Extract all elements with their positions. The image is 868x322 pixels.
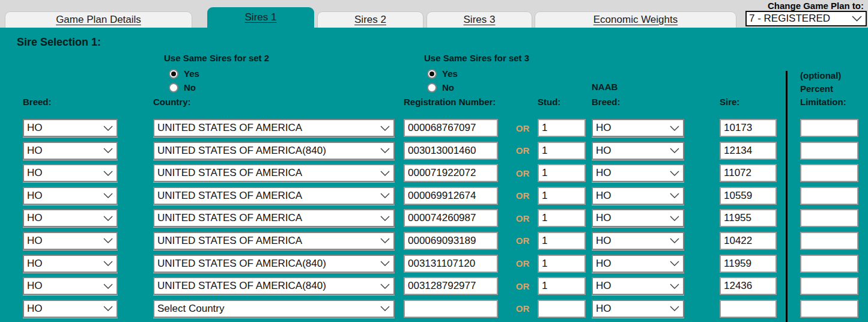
radio-no-set3[interactable] (427, 83, 437, 93)
country-select[interactable]: UNITED STATES OF AMERICA (153, 232, 395, 250)
country-select[interactable]: UNITED STATES OF AMERICA (153, 209, 395, 227)
sire-row: HO UNITED STATES OF AMERICA OR HO (0, 186, 868, 208)
sire-column-label: Sire: (720, 97, 739, 107)
breed-select[interactable]: HO (23, 187, 118, 205)
naab-breed-select[interactable]: HO (592, 209, 684, 227)
naab-column-label: NAAB (592, 82, 618, 92)
country-select[interactable]: UNITED STATES OF AMERICA(840) (153, 277, 395, 295)
naab-breed-select[interactable]: HO (592, 164, 684, 182)
stud-input[interactable] (538, 187, 586, 205)
registration-number-input[interactable] (404, 164, 498, 182)
naab-breed-select[interactable]: HO (592, 142, 684, 160)
sire-row: HO Select Country OR HO (0, 299, 868, 321)
breed-select[interactable]: HO (23, 277, 118, 295)
stud-input[interactable] (538, 255, 586, 273)
registration-number-input[interactable] (404, 232, 498, 250)
or-label: OR (509, 119, 536, 137)
naab-breed-select[interactable]: HO (592, 187, 684, 205)
radio-no-label: No (184, 82, 196, 93)
tab-game-plan-details[interactable]: Game Plan Details (5, 11, 192, 28)
percent-limitation-input[interactable] (800, 142, 858, 160)
sire-row: HO UNITED STATES OF AMERICA OR HO (0, 118, 868, 141)
country-select[interactable]: Select Country (153, 300, 395, 318)
sire-input[interactable] (720, 142, 777, 160)
breed-column-label: Breed: (23, 97, 52, 107)
naab-breed-select[interactable]: HO (592, 119, 684, 137)
registration-number-input[interactable] (404, 300, 498, 318)
percent-limitation-input[interactable] (800, 164, 858, 182)
change-game-plan-label: Change Game Plan to: (768, 1, 864, 11)
sire-input[interactable] (720, 300, 777, 318)
breed-select[interactable]: HO (23, 209, 118, 227)
percent-limitation-input[interactable] (800, 119, 858, 137)
registration-number-input[interactable] (404, 209, 498, 227)
radio-yes-set2[interactable] (169, 69, 178, 79)
country-select[interactable]: UNITED STATES OF AMERICA(840) (153, 142, 395, 160)
tab-label: Sires 1 (245, 11, 277, 23)
country-select[interactable]: UNITED STATES OF AMERICA(840) (153, 255, 395, 273)
country-selected-value: Select Country (154, 303, 380, 315)
naab-breed-select[interactable]: HO (592, 277, 684, 295)
chevron-down-icon (380, 238, 390, 243)
country-selected-value: UNITED STATES OF AMERICA(840) (154, 258, 380, 270)
stud-input[interactable] (538, 232, 586, 250)
sire-input[interactable] (720, 277, 777, 295)
country-select[interactable]: UNITED STATES OF AMERICA (153, 164, 395, 182)
sire-row: HO UNITED STATES OF AMERICA(840) OR HO (0, 141, 868, 163)
naab-breed-select[interactable]: HO (592, 300, 684, 318)
percent-limitation-input[interactable] (800, 277, 858, 295)
sire-input[interactable] (720, 164, 777, 182)
sire-input[interactable] (720, 209, 777, 227)
registration-number-input[interactable] (404, 119, 498, 137)
radio-no-set2[interactable] (169, 83, 178, 93)
stud-input[interactable] (538, 142, 586, 160)
sire-input[interactable] (720, 255, 777, 273)
stud-input[interactable] (538, 300, 586, 318)
game-plan-select[interactable]: 7 - REGISTERED (745, 11, 867, 26)
percent-limitation-input[interactable] (800, 300, 858, 318)
breed-select[interactable]: HO (23, 255, 118, 273)
tab-sires-3[interactable]: Sires 3 (426, 11, 532, 28)
chevron-down-icon (852, 16, 862, 22)
chevron-down-icon (670, 306, 679, 311)
sire-input[interactable] (720, 119, 777, 137)
percent-limitation-input[interactable] (800, 255, 858, 273)
breed-select[interactable]: HO (23, 119, 118, 137)
breed-select[interactable]: HO (23, 300, 118, 318)
stud-input[interactable] (538, 164, 586, 182)
naab-breed-select[interactable]: HO (592, 232, 684, 250)
same-sires-set3-yes-option: Yes (427, 68, 458, 79)
registration-number-input[interactable] (404, 255, 498, 273)
tab-economic-weights[interactable]: Economic Weights (535, 11, 736, 28)
naab-breed-selected-value: HO (593, 280, 670, 292)
tab-sires-2[interactable]: Sires 2 (317, 11, 423, 28)
country-select[interactable]: UNITED STATES OF AMERICA (153, 119, 395, 137)
breed-select[interactable]: HO (23, 142, 118, 160)
registration-number-input[interactable] (404, 187, 498, 205)
percent-limitation-input[interactable] (800, 209, 858, 227)
radio-yes-label: Yes (184, 68, 199, 79)
breed-select[interactable]: HO (23, 232, 118, 250)
optional-label: (optional) (800, 70, 841, 80)
stud-input[interactable] (538, 209, 586, 227)
stud-input[interactable] (538, 277, 586, 295)
radio-yes-set3[interactable] (427, 69, 437, 79)
stud-input[interactable] (538, 119, 586, 137)
registration-number-input[interactable] (404, 142, 498, 160)
breed-select[interactable]: HO (23, 164, 118, 182)
country-select[interactable]: UNITED STATES OF AMERICA (153, 187, 395, 205)
chevron-down-icon (103, 148, 113, 153)
country-selected-value: UNITED STATES OF AMERICA (154, 190, 380, 202)
naab-breed-select[interactable]: HO (592, 255, 684, 273)
chevron-down-icon (380, 148, 390, 153)
stud-column-label: Stud: (538, 97, 560, 107)
percent-limitation-input[interactable] (800, 187, 858, 205)
sire-input[interactable] (720, 232, 777, 250)
registration-number-input[interactable] (404, 277, 498, 295)
tab-sires-1[interactable]: Sires 1 (207, 7, 314, 28)
chevron-down-icon (103, 216, 113, 221)
sire-input[interactable] (720, 187, 777, 205)
percent-limitation-input[interactable] (800, 232, 858, 250)
or-label: OR (509, 164, 536, 182)
tab-label: Sires 2 (354, 14, 386, 26)
